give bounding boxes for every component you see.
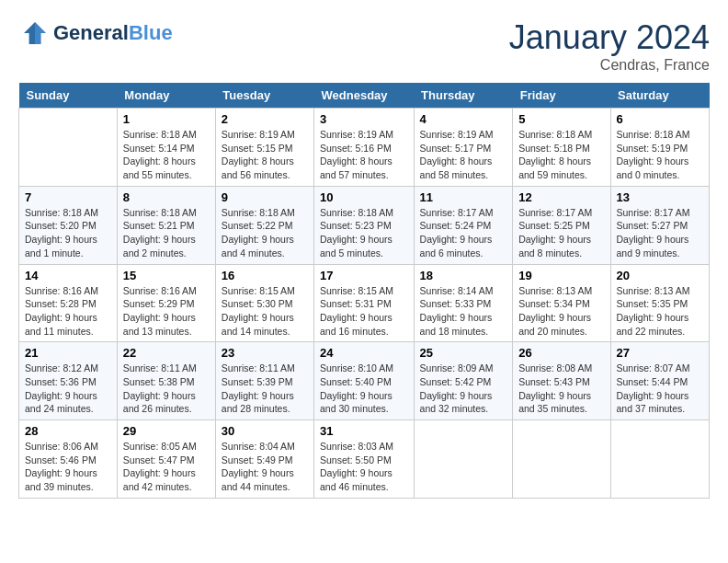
day-info: Sunrise: 8:13 AM Sunset: 5:35 PM Dayligh…	[617, 284, 703, 339]
day-number: 3	[320, 112, 408, 126]
day-number: 7	[25, 190, 111, 204]
day-cell: 31Sunrise: 8:03 AM Sunset: 5:50 PM Dayli…	[314, 420, 415, 499]
day-info: Sunrise: 8:17 AM Sunset: 5:27 PM Dayligh…	[617, 206, 703, 260]
day-info: Sunrise: 8:15 AM Sunset: 5:30 PM Dayligh…	[222, 284, 308, 339]
day-number: 1	[123, 112, 210, 126]
day-cell: 14Sunrise: 8:16 AM Sunset: 5:28 PM Dayli…	[19, 264, 118, 342]
day-info: Sunrise: 8:19 AM Sunset: 5:15 PM Dayligh…	[222, 128, 308, 182]
day-cell	[19, 109, 118, 187]
day-number: 22	[123, 346, 210, 360]
day-cell: 5Sunrise: 8:18 AM Sunset: 5:18 PM Daylig…	[513, 109, 610, 187]
day-info: Sunrise: 8:18 AM Sunset: 5:20 PM Dayligh…	[25, 206, 111, 260]
day-number: 26	[518, 346, 604, 360]
day-info: Sunrise: 8:12 AM Sunset: 5:36 PM Dayligh…	[25, 362, 111, 416]
header: GeneralBlue January 2024 Cendras, France	[18, 18, 710, 74]
day-number: 27	[617, 346, 703, 360]
weekday-header-tuesday: Tuesday	[215, 83, 313, 109]
day-cell: 28Sunrise: 8:06 AM Sunset: 5:46 PM Dayli…	[19, 420, 118, 499]
day-info: Sunrise: 8:18 AM Sunset: 5:21 PM Dayligh…	[123, 206, 210, 260]
day-cell: 10Sunrise: 8:18 AM Sunset: 5:23 PM Dayli…	[314, 186, 415, 264]
day-cell: 3Sunrise: 8:19 AM Sunset: 5:16 PM Daylig…	[314, 109, 415, 187]
day-cell: 27Sunrise: 8:07 AM Sunset: 5:44 PM Dayli…	[610, 342, 709, 420]
day-info: Sunrise: 8:05 AM Sunset: 5:47 PM Dayligh…	[123, 440, 210, 494]
day-cell: 29Sunrise: 8:05 AM Sunset: 5:47 PM Dayli…	[117, 420, 215, 499]
day-info: Sunrise: 8:15 AM Sunset: 5:31 PM Dayligh…	[320, 284, 408, 339]
day-cell	[414, 420, 513, 499]
weekday-header-row: SundayMondayTuesdayWednesdayThursdayFrid…	[19, 83, 710, 109]
weekday-header-monday: Monday	[117, 83, 215, 109]
weekday-header-friday: Friday	[513, 83, 610, 109]
day-cell: 15Sunrise: 8:16 AM Sunset: 5:29 PM Dayli…	[117, 264, 215, 342]
day-number: 15	[123, 269, 210, 282]
day-info: Sunrise: 8:18 AM Sunset: 5:14 PM Dayligh…	[123, 128, 210, 182]
day-number: 14	[25, 269, 111, 282]
week-row-5: 28Sunrise: 8:06 AM Sunset: 5:46 PM Dayli…	[19, 420, 710, 499]
day-cell: 19Sunrise: 8:13 AM Sunset: 5:34 PM Dayli…	[513, 264, 610, 342]
weekday-header-thursday: Thursday	[414, 83, 513, 109]
day-number: 5	[518, 112, 604, 126]
day-number: 30	[222, 424, 308, 438]
weekday-header-sunday: Sunday	[19, 83, 118, 109]
day-info: Sunrise: 8:18 AM Sunset: 5:23 PM Dayligh…	[320, 206, 408, 260]
title-area: January 2024 Cendras, France	[509, 18, 710, 74]
day-number: 10	[320, 190, 408, 204]
day-info: Sunrise: 8:18 AM Sunset: 5:18 PM Dayligh…	[518, 128, 604, 182]
day-cell: 8Sunrise: 8:18 AM Sunset: 5:21 PM Daylig…	[117, 186, 215, 264]
day-number: 25	[420, 346, 507, 360]
week-row-4: 21Sunrise: 8:12 AM Sunset: 5:36 PM Dayli…	[19, 342, 710, 420]
week-row-1: 1Sunrise: 8:18 AM Sunset: 5:14 PM Daylig…	[19, 109, 710, 187]
calendar-table: SundayMondayTuesdayWednesdayThursdayFrid…	[18, 83, 710, 499]
day-cell: 2Sunrise: 8:19 AM Sunset: 5:15 PM Daylig…	[215, 109, 313, 187]
day-info: Sunrise: 8:16 AM Sunset: 5:28 PM Dayligh…	[25, 284, 111, 339]
day-cell: 23Sunrise: 8:11 AM Sunset: 5:39 PM Dayli…	[215, 342, 313, 420]
logo: GeneralBlue	[18, 18, 173, 48]
day-number: 20	[617, 269, 703, 282]
day-number: 6	[617, 112, 703, 126]
day-info: Sunrise: 8:19 AM Sunset: 5:16 PM Dayligh…	[320, 128, 408, 182]
day-cell	[513, 420, 610, 499]
day-number: 28	[25, 424, 111, 438]
day-number: 4	[420, 112, 507, 126]
day-cell: 18Sunrise: 8:14 AM Sunset: 5:33 PM Dayli…	[414, 264, 513, 342]
day-info: Sunrise: 8:14 AM Sunset: 5:33 PM Dayligh…	[420, 284, 507, 339]
day-info: Sunrise: 8:18 AM Sunset: 5:22 PM Dayligh…	[222, 206, 308, 260]
day-number: 17	[320, 269, 408, 282]
day-cell: 16Sunrise: 8:15 AM Sunset: 5:30 PM Dayli…	[215, 264, 313, 342]
day-cell: 17Sunrise: 8:15 AM Sunset: 5:31 PM Dayli…	[314, 264, 415, 342]
day-info: Sunrise: 8:13 AM Sunset: 5:34 PM Dayligh…	[518, 284, 604, 339]
svg-marker-1	[35, 22, 46, 44]
day-info: Sunrise: 8:17 AM Sunset: 5:24 PM Dayligh…	[420, 206, 507, 260]
day-number: 18	[420, 269, 507, 282]
day-info: Sunrise: 8:03 AM Sunset: 5:50 PM Dayligh…	[320, 440, 408, 494]
day-cell: 7Sunrise: 8:18 AM Sunset: 5:20 PM Daylig…	[19, 186, 118, 264]
weekday-header-saturday: Saturday	[610, 83, 709, 109]
day-number: 8	[123, 190, 210, 204]
day-cell: 13Sunrise: 8:17 AM Sunset: 5:27 PM Dayli…	[610, 186, 709, 264]
day-number: 24	[320, 346, 408, 360]
day-info: Sunrise: 8:06 AM Sunset: 5:46 PM Dayligh…	[25, 440, 111, 494]
week-row-3: 14Sunrise: 8:16 AM Sunset: 5:28 PM Dayli…	[19, 264, 710, 342]
logo-text: GeneralBlue	[53, 22, 173, 44]
day-info: Sunrise: 8:04 AM Sunset: 5:49 PM Dayligh…	[222, 440, 308, 494]
day-cell: 24Sunrise: 8:10 AM Sunset: 5:40 PM Dayli…	[314, 342, 415, 420]
day-number: 31	[320, 424, 408, 438]
day-info: Sunrise: 8:17 AM Sunset: 5:25 PM Dayligh…	[518, 206, 604, 260]
day-info: Sunrise: 8:19 AM Sunset: 5:17 PM Dayligh…	[420, 128, 507, 182]
day-number: 19	[518, 269, 604, 282]
weekday-header-wednesday: Wednesday	[314, 83, 415, 109]
day-number: 23	[222, 346, 308, 360]
day-number: 21	[25, 346, 111, 360]
month-title: January 2024	[509, 18, 710, 57]
day-info: Sunrise: 8:18 AM Sunset: 5:19 PM Dayligh…	[617, 128, 703, 182]
day-cell: 6Sunrise: 8:18 AM Sunset: 5:19 PM Daylig…	[610, 109, 709, 187]
day-info: Sunrise: 8:11 AM Sunset: 5:38 PM Dayligh…	[123, 362, 210, 416]
day-info: Sunrise: 8:08 AM Sunset: 5:43 PM Dayligh…	[518, 362, 604, 416]
week-row-2: 7Sunrise: 8:18 AM Sunset: 5:20 PM Daylig…	[19, 186, 710, 264]
day-cell: 25Sunrise: 8:09 AM Sunset: 5:42 PM Dayli…	[414, 342, 513, 420]
day-cell: 4Sunrise: 8:19 AM Sunset: 5:17 PM Daylig…	[414, 109, 513, 187]
day-cell: 21Sunrise: 8:12 AM Sunset: 5:36 PM Dayli…	[19, 342, 118, 420]
day-cell: 9Sunrise: 8:18 AM Sunset: 5:22 PM Daylig…	[215, 186, 313, 264]
day-cell: 30Sunrise: 8:04 AM Sunset: 5:49 PM Dayli…	[215, 420, 313, 499]
day-cell	[610, 420, 709, 499]
day-number: 9	[222, 190, 308, 204]
